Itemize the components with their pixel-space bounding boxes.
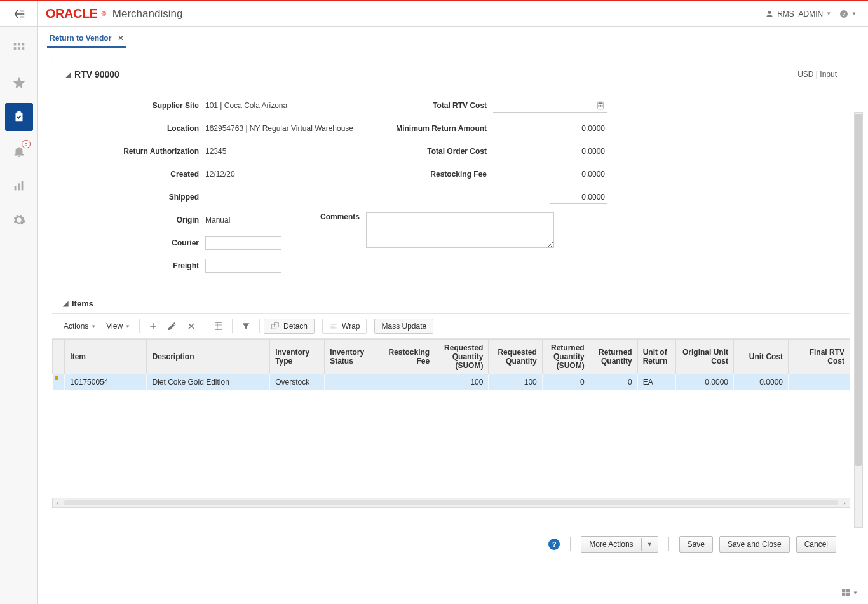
table-row[interactable]: 101750054 Diet Coke Gold Edition Oversto…	[53, 374, 850, 390]
table-empty-space	[53, 390, 850, 498]
col-inventory-type[interactable]: Inventory Type	[270, 340, 325, 374]
svg-rect-14	[599, 102, 603, 104]
col-item[interactable]: Item	[65, 340, 147, 374]
col-ret-qty[interactable]: Returned Quantity	[590, 340, 637, 374]
col-req-qty[interactable]: Requested Quantity	[489, 340, 542, 374]
app-header: ORACLE® Merchandising RMS_ADMIN ▼ ? ▼	[0, 1, 868, 27]
save-and-close-button[interactable]: Save and Close	[719, 536, 790, 553]
nav-sidebar: 8	[0, 27, 38, 604]
cell-restocking-fee	[379, 374, 435, 390]
calculator-icon[interactable]	[596, 101, 605, 110]
brand-reg-icon: ®	[101, 10, 105, 17]
save-button[interactable]: Save	[679, 536, 713, 553]
svg-rect-19	[600, 106, 601, 107]
col-ret-qty-suom[interactable]: Returned Quantity (SUOM)	[542, 340, 590, 374]
user-menu[interactable]: RMS_ADMIN ▼	[765, 10, 831, 18]
col-uor[interactable]: Unit of Return	[637, 340, 675, 374]
more-actions-button[interactable]: More Actions▼	[581, 536, 658, 553]
gear-icon	[12, 213, 26, 227]
svg-rect-17	[602, 104, 603, 106]
scroll-left-icon[interactable]: ‹	[57, 499, 59, 507]
value-blank-total: 0.0000	[550, 190, 607, 204]
export-button[interactable]	[209, 318, 228, 334]
col-unit-cost[interactable]: Unit Cost	[733, 340, 788, 374]
input-comments[interactable]	[366, 212, 554, 248]
edit-button[interactable]	[163, 318, 182, 334]
nav-reports[interactable]	[5, 172, 33, 200]
vertical-scrollbar[interactable]	[854, 112, 863, 528]
sidebar-toggle[interactable]	[0, 1, 38, 26]
nav-apps[interactable]	[5, 34, 33, 62]
svg-rect-3	[18, 43, 20, 46]
cancel-button[interactable]: Cancel	[796, 536, 836, 553]
chevron-down-icon: ▼	[125, 324, 130, 329]
tab-close-icon[interactable]: ✕	[118, 34, 124, 43]
collapse-icon[interactable]: ◢	[65, 71, 71, 79]
bar-chart-icon	[12, 179, 26, 193]
cell-ret-qty-suom: 0	[542, 374, 590, 390]
scroll-right-icon[interactable]: ›	[843, 499, 846, 507]
help-icon: ?	[839, 9, 849, 19]
svg-rect-4	[22, 43, 24, 46]
add-button[interactable]	[144, 318, 163, 334]
chevron-down-icon: ▼	[851, 11, 857, 17]
currency-label: USD | Input	[797, 70, 837, 79]
help-menu[interactable]: ? ▼	[839, 9, 857, 19]
detach-button[interactable]: Detach	[264, 319, 315, 334]
detach-icon	[271, 322, 280, 331]
svg-rect-10	[14, 186, 16, 190]
col-restocking-fee[interactable]: Restocking Fee	[379, 340, 435, 374]
brand-logo: ORACLE	[46, 6, 97, 21]
user-icon	[765, 10, 774, 18]
svg-rect-9	[17, 111, 21, 114]
view-menu[interactable]: View▼	[101, 319, 135, 333]
tab-label: Return to Vendor	[50, 34, 111, 43]
cell-final-rtv-cost	[789, 374, 850, 390]
divider	[232, 319, 233, 333]
col-inventory-status[interactable]: Inventory Status	[325, 340, 379, 374]
delete-button[interactable]	[182, 318, 201, 334]
col-final-rtv-cost[interactable]: Final RTV Cost	[789, 340, 850, 374]
value-min-return: 0.0000	[493, 121, 607, 135]
help-button[interactable]: ?	[548, 539, 560, 550]
label-origin: Origin	[65, 216, 205, 224]
divider	[668, 537, 669, 551]
value-restocking-fee: 0.0000	[493, 167, 607, 181]
col-orig-unit-cost[interactable]: Original Unit Cost	[675, 340, 733, 374]
brand-app-name: Merchandising	[112, 8, 183, 20]
nav-notifications[interactable]: 8	[5, 137, 33, 165]
value-total-order-cost: 0.0000	[493, 144, 607, 158]
filter-button[interactable]	[236, 318, 255, 334]
collapse-icon[interactable]: ◢	[63, 299, 68, 308]
footer-bar: ? More Actions▼ Save Save and Close Canc…	[51, 528, 851, 558]
svg-rect-21	[215, 323, 222, 330]
input-courier[interactable]	[205, 236, 281, 250]
col-description[interactable]: Description	[147, 340, 270, 374]
nav-settings[interactable]	[5, 206, 33, 234]
nav-tasks[interactable]	[5, 103, 33, 131]
tab-return-to-vendor[interactable]: Return to Vendor ✕	[47, 29, 126, 48]
actions-menu[interactable]: Actions▼	[58, 319, 101, 333]
chevron-down-icon: ▼	[826, 11, 831, 17]
cell-req-qty-suom: 100	[435, 374, 489, 390]
wrap-button[interactable]: Wrap	[322, 319, 367, 334]
nav-favorites[interactable]	[5, 69, 33, 97]
label-freight: Freight	[65, 261, 205, 270]
table-export-icon	[214, 321, 224, 331]
label-courier: Courier	[65, 238, 205, 247]
user-name: RMS_ADMIN	[777, 10, 823, 18]
cell-req-qty: 100	[489, 374, 542, 390]
divider	[139, 319, 140, 333]
mass-update-button[interactable]: Mass Update	[374, 319, 433, 334]
items-toolbar: Actions▼ View▼ Detach Wrap Mass Update	[52, 313, 850, 339]
col-req-qty-suom[interactable]: Requested Quantity (SUOM)	[435, 340, 489, 374]
value-created: 12/12/20	[205, 170, 235, 179]
cell-description: Diet Coke Gold Edition	[147, 374, 270, 390]
accessibility-icon[interactable]: ▼	[841, 587, 858, 598]
horizontal-scrollbar[interactable]: ‹›	[52, 498, 850, 508]
menu-collapse-icon	[12, 7, 26, 21]
col-indicator	[53, 340, 65, 374]
divider	[259, 319, 260, 333]
svg-rect-26	[842, 593, 845, 596]
input-freight[interactable]	[205, 259, 281, 273]
